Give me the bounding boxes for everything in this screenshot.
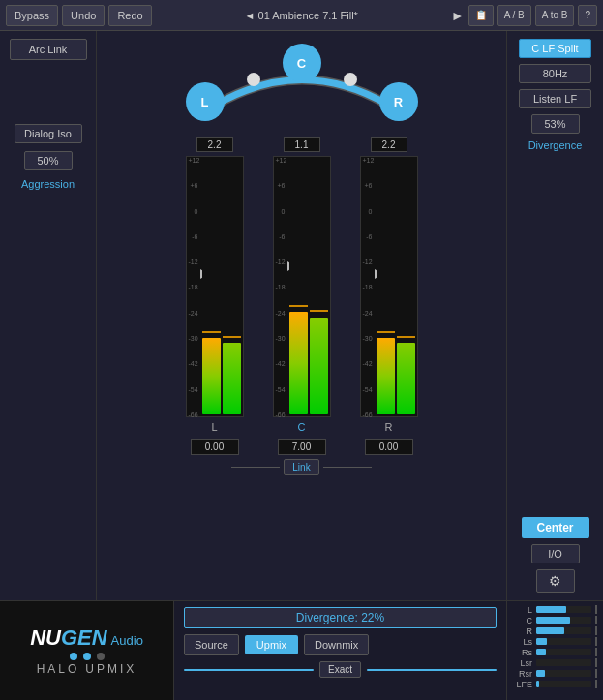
- atob-button[interactable]: A to B: [535, 5, 575, 26]
- ch-Rs-fill: [536, 649, 546, 655]
- L-meter-bar: [202, 159, 221, 414]
- arc-area: L C R: [157, 39, 447, 126]
- top-bar: Bypass Undo Redo ◄ 01 Ambience 7.1 Fill*…: [0, 0, 603, 31]
- play-button[interactable]: ►: [451, 8, 465, 23]
- ab-button[interactable]: A / B: [497, 5, 531, 26]
- clf-split-button[interactable]: C LF Split: [519, 39, 591, 58]
- downmix-button[interactable]: Downmix: [304, 634, 369, 655]
- dot-1: [70, 653, 77, 660]
- L-meter-bar2: [223, 159, 241, 414]
- bottom-buttons: Source Upmix Downmix: [184, 634, 497, 655]
- meter-channel-R: 2.2 +12+60-6-12-18-24-30-42-54-66: [355, 137, 423, 455]
- dialog-iso-value[interactable]: 50%: [24, 151, 73, 170]
- ch-LFE-label: LFE: [513, 680, 532, 689]
- ch-meter-Ls: Ls: [513, 637, 597, 646]
- ch-Ls-bar: [536, 638, 591, 645]
- R-fader[interactable]: 0.00: [365, 439, 413, 455]
- C-value-box: 1.1: [284, 137, 320, 152]
- link-line-left: [231, 467, 280, 468]
- ch-L-bar: [536, 606, 591, 613]
- bottom-bar: NUGEN Audio HALO UPMIX Divergence: 22% S…: [0, 600, 603, 700]
- C-fader[interactable]: 7.00: [278, 439, 326, 455]
- halo-upmix-label: HALO UPMIX: [37, 662, 137, 676]
- C-scale: +12+60-6-12-18-24-30-42-54-66: [274, 157, 287, 418]
- exact-line-left: [184, 669, 314, 671]
- ch-Ls-fill: [536, 638, 547, 645]
- io-button[interactable]: I/O: [531, 544, 580, 563]
- R-label: R: [385, 421, 393, 433]
- exact-row: Exact: [184, 661, 497, 678]
- divergence-right-label[interactable]: Divergence: [528, 139, 583, 151]
- ch-C-label: C: [513, 616, 532, 625]
- meter-channel-C: 1.1 +12+60-6-12-18-24-30-42-54-66: [268, 137, 336, 455]
- link-button[interactable]: Link: [284, 459, 318, 475]
- ch-C-fill: [536, 617, 570, 624]
- ch-meter-Rsr: Rsr: [513, 669, 597, 678]
- gear-button[interactable]: ⚙: [536, 569, 575, 593]
- R-meter-bar2: [397, 159, 415, 414]
- bypass-button[interactable]: Bypass: [6, 5, 58, 26]
- aggression-label[interactable]: Aggression: [21, 178, 75, 190]
- L-fader[interactable]: 0.00: [191, 439, 239, 455]
- center-button[interactable]: Center: [522, 517, 589, 538]
- link-row: Link: [231, 459, 371, 475]
- ch-meter-Lsr: Lsr: [513, 658, 597, 667]
- ch-Rs-bar: [536, 649, 591, 655]
- right-sidebar: C LF Split 80Hz Listen LF 53% Divergence…: [506, 31, 603, 600]
- source-button[interactable]: Source: [184, 634, 239, 655]
- C-label: C: [298, 421, 306, 433]
- ch-meter-Rs: Rs: [513, 648, 597, 656]
- clipboard-button[interactable]: 📋: [468, 5, 494, 26]
- redo-button[interactable]: Redo: [108, 5, 151, 26]
- logo-area: NUGEN Audio HALO UPMIX: [0, 601, 174, 700]
- ch-meter-LFE: LFE: [513, 680, 597, 688]
- ch-L-label: L: [513, 605, 532, 615]
- channel-R-circle[interactable]: R: [379, 82, 418, 121]
- svg-point-1: [344, 73, 357, 86]
- ch-R-label: R: [513, 626, 532, 636]
- channel-C-circle[interactable]: C: [283, 44, 321, 82]
- ch-Lsr-bar: [536, 659, 591, 666]
- ch-meter-L: L: [513, 605, 597, 614]
- ch-Rsr-fill: [536, 670, 545, 677]
- listen-lf-button[interactable]: Listen LF: [519, 89, 591, 108]
- help-button[interactable]: ?: [578, 5, 597, 26]
- dots-row: [70, 653, 105, 660]
- C-meter-bar2: [310, 159, 328, 414]
- R-scale: +12+60-6-12-18-24-30-42-54-66: [361, 157, 375, 418]
- hz-button[interactable]: 80Hz: [519, 64, 591, 83]
- link-line-right: [323, 467, 372, 468]
- ch-LFE-bar: [536, 681, 591, 687]
- ch-LFE-fill: [536, 681, 539, 687]
- L-scale: +12+60-6-12-18-24-30-42-54-66: [187, 157, 200, 418]
- dot-2: [83, 653, 91, 660]
- main-area: Arc Link Dialog Iso 50% Aggression L C R: [0, 31, 603, 600]
- ch-Rs-label: Rs: [513, 648, 532, 657]
- divergence-value[interactable]: 53%: [531, 114, 580, 134]
- dot-3: [97, 653, 105, 660]
- meters-area: 2.2 +12+60-6-12-18-24-30-42-54-66: [181, 137, 423, 455]
- C-meter-bar: [289, 159, 308, 414]
- ch-L-fill: [536, 606, 566, 613]
- bottom-center: Divergence: 22% Source Upmix Downmix Exa…: [174, 601, 506, 700]
- dialog-iso-button[interactable]: Dialog Iso: [15, 124, 82, 143]
- R-meter-bar: [377, 159, 395, 414]
- L-value-box: 2.2: [196, 137, 233, 152]
- ch-meter-R: R: [513, 626, 597, 635]
- ch-meter-C: C: [513, 616, 597, 624]
- channel-meters-panel: L C R Ls Rs: [506, 601, 603, 700]
- ch-Lsr-label: Lsr: [513, 658, 532, 668]
- undo-button[interactable]: Undo: [62, 5, 105, 26]
- channel-L-circle[interactable]: L: [186, 82, 225, 121]
- ch-R-bar: [536, 627, 591, 634]
- arc-link-button[interactable]: Arc Link: [10, 39, 87, 60]
- ch-Rsr-bar: [536, 670, 591, 677]
- meter-channel-L: 2.2 +12+60-6-12-18-24-30-42-54-66: [181, 137, 249, 455]
- center-content: L C R 2.2 +12+60-6-12-18-24-30-42-54-66: [97, 31, 506, 600]
- ch-R-fill: [536, 627, 564, 634]
- svg-point-0: [247, 73, 260, 86]
- ch-C-bar: [536, 617, 591, 624]
- upmix-button[interactable]: Upmix: [245, 635, 298, 654]
- ch-Rsr-label: Rsr: [513, 669, 532, 679]
- exact-button[interactable]: Exact: [319, 661, 361, 678]
